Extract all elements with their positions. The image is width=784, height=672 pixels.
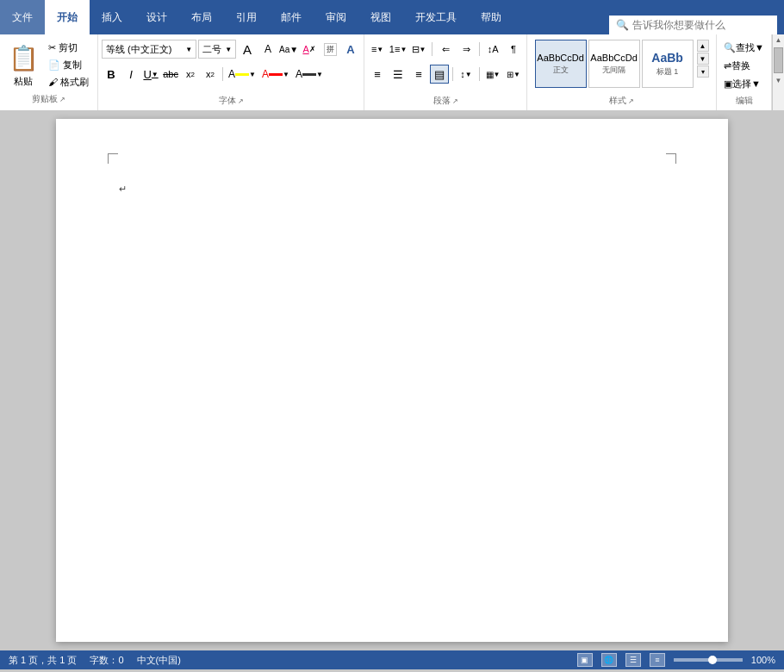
text-effect-button[interactable]: A (341, 40, 360, 59)
bullet-list-button[interactable]: ≡▼ (368, 40, 387, 59)
tab-design[interactable]: 设计 (134, 0, 179, 34)
ribbon-scroll-down[interactable]: ▼ (774, 75, 784, 86)
ribbon-scrollbar[interactable]: ▲ ▼ (772, 34, 784, 110)
ribbon-scroll-thumb[interactable] (774, 47, 783, 73)
zoom-slider[interactable] (674, 658, 743, 662)
align-left-button[interactable]: ≡ (368, 65, 387, 84)
decrease-font-button[interactable]: A (258, 40, 277, 59)
borders-button[interactable]: ⊞▼ (504, 65, 523, 84)
view-print-button[interactable]: ▣ (577, 653, 593, 667)
replace-icon: ⇌ (724, 60, 731, 72)
copy-icon: 📄 (48, 59, 60, 71)
clear-format-button[interactable]: A ✗ (300, 40, 319, 59)
tab-layout[interactable]: 布局 (179, 0, 224, 34)
editing-group: 🔍查找▼ ⇌替换 ▣选择▼ 编辑 (717, 34, 772, 110)
tab-mailings[interactable]: 邮件 (269, 0, 314, 34)
tab-review[interactable]: 审阅 (314, 0, 358, 34)
copy-button[interactable]: 📄 复制 (45, 57, 92, 73)
style-more[interactable]: ▾ (697, 65, 709, 78)
text-color-button[interactable]: A ▼ (293, 65, 326, 84)
select-icon: ▣ (724, 78, 732, 90)
paragraph-mark: ↵ (119, 184, 127, 195)
replace-button[interactable]: ⇌替换 (720, 58, 754, 74)
italic-button[interactable]: I (121, 65, 140, 84)
tab-insert[interactable]: 插入 (90, 0, 134, 34)
justify-button[interactable]: ▤ (430, 65, 449, 84)
underline-button[interactable]: U▼ (141, 65, 160, 84)
tab-developer[interactable]: 开发工具 (403, 0, 469, 34)
tab-file[interactable]: 文件 (0, 0, 45, 34)
view-draft-button[interactable]: ≡ (650, 653, 665, 667)
style-no-spacing[interactable]: AaBbCcDd 无间隔 (588, 40, 640, 88)
styles-expand-icon[interactable]: ↗ (628, 97, 634, 105)
format-painter-button[interactable]: 🖌 格式刷 (45, 74, 92, 90)
separator5 (479, 67, 480, 81)
document-page[interactable]: ↵ (56, 119, 728, 642)
paste-icon: 📋 (9, 42, 37, 75)
align-right-button[interactable]: ≡ (409, 65, 428, 84)
view-outline-button[interactable]: ☰ (625, 653, 641, 667)
clipboard-expand-icon[interactable]: ↗ (59, 96, 65, 103)
select-button[interactable]: ▣选择▼ (720, 76, 764, 92)
view-web-button[interactable]: 🌐 (601, 653, 617, 667)
tab-home[interactable]: 开始 (45, 0, 90, 34)
align-center-button[interactable]: ☰ (389, 65, 408, 84)
style-heading1[interactable]: AaBb 标题 1 (642, 40, 694, 88)
search-icon: 🔍 (616, 19, 629, 31)
font-color-dropdown-icon: ▼ (283, 71, 289, 78)
text-effect-icon: A (346, 43, 354, 56)
style-normal-label: 正文 (553, 65, 569, 76)
yun-icon: 拼 (324, 43, 337, 56)
show-marks-button[interactable]: ¶ (504, 40, 523, 59)
find-button[interactable]: 🔍查找▼ (720, 40, 768, 56)
increase-indent-button[interactable]: ⇒ (457, 40, 476, 59)
font-color-icon: A (262, 68, 269, 80)
text-highlight-button[interactable]: A ▼ (226, 65, 258, 84)
sort-button[interactable]: ↕A (483, 40, 502, 59)
style-scroll-up[interactable]: ▲ (697, 40, 709, 52)
font-case-button[interactable]: Aa▼ (279, 40, 298, 59)
multilevel-list-button[interactable]: ⊟▼ (409, 40, 428, 59)
ribbon-toolbar: 📋 粘贴 ✂ 剪切 📄 复制 🖌 格式刷 (0, 34, 784, 110)
style-no-spacing-preview: AaBbCcDd (590, 53, 637, 63)
increase-font-button[interactable]: A (238, 40, 257, 59)
style-scroll: ▲ ▼ ▾ (697, 40, 709, 78)
highlight-icon: A (228, 68, 235, 80)
cut-button[interactable]: ✂ 剪切 (45, 40, 92, 56)
search-input[interactable] (632, 19, 770, 31)
style-normal[interactable]: AaBbCcDd 正文 (535, 40, 587, 88)
yun-button[interactable]: 拼 (320, 40, 339, 59)
ribbon-scroll-up[interactable]: ▲ (774, 34, 784, 46)
font-group-label: 字体 ↗ (219, 93, 244, 109)
cut-icon: ✂ (48, 42, 56, 53)
zoom-thumb[interactable] (708, 656, 717, 664)
strikethrough-button[interactable]: abc (161, 65, 180, 84)
search-box[interactable]: 🔍 (609, 16, 777, 34)
style-scroll-down[interactable]: ▼ (697, 53, 709, 65)
numbered-list-button[interactable]: 1≡▼ (389, 40, 408, 59)
bold-button[interactable]: B (102, 65, 121, 84)
tab-view[interactable]: 视图 (358, 0, 403, 34)
font-family-selector[interactable]: 等线 (中文正文) ▼ (102, 40, 196, 59)
clipboard-group-label: 剪贴板 ↗ (32, 91, 65, 107)
separator1 (222, 67, 223, 81)
superscript-button[interactable]: x2 (201, 65, 220, 84)
decrease-indent-button[interactable]: ⇐ (436, 40, 455, 59)
tab-references[interactable]: 引用 (224, 0, 269, 34)
ribbon-tabs: 文件 开始 插入 设计 布局 引用 邮件 审阅 视图 开发工具 帮助 🔍 (0, 0, 784, 34)
line-spacing-button[interactable]: ↕▼ (457, 65, 476, 84)
font-size-dropdown-icon: ▼ (225, 46, 232, 53)
paste-button[interactable]: 📋 粘贴 (5, 40, 41, 90)
subscript-button[interactable]: x2 (181, 65, 200, 84)
font-size-selector[interactable]: 二号 ▼ (198, 40, 236, 59)
para-expand-icon[interactable]: ↗ (452, 97, 458, 105)
font-expand-icon[interactable]: ↗ (238, 97, 244, 105)
font-color-button[interactable]: A ▼ (259, 65, 292, 84)
page-corner-top-right (666, 153, 676, 164)
shading-button[interactable]: ▦▼ (483, 65, 502, 84)
font-group: 等线 (中文正文) ▼ 二号 ▼ A A Aa▼ A ✗ (98, 34, 364, 110)
para-row2: ≡ ☰ ≡ ▤ ↕▼ ▦▼ ⊞▼ (368, 63, 523, 85)
style-heading1-label: 标题 1 (656, 66, 679, 78)
text-color-dropdown-icon: ▼ (316, 71, 323, 78)
tab-help[interactable]: 帮助 (469, 0, 513, 34)
